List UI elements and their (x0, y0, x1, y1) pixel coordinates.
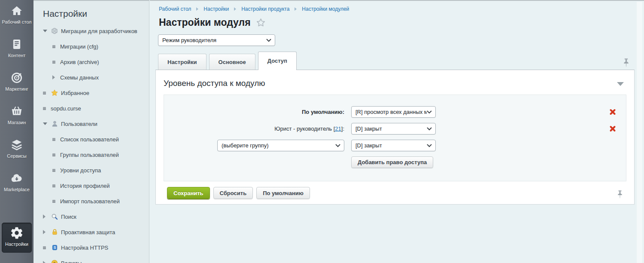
sidebar-item-proactive-protection[interactable]: Проактивная защита (33, 224, 149, 240)
collapsed-arrow-icon[interactable] (43, 261, 47, 263)
breadcrumb-link-product-settings[interactable]: Настройки продукта (241, 6, 289, 12)
rail-item-desktop[interactable]: Рабочий стол (0, 0, 33, 34)
bullet-icon (52, 138, 57, 141)
expanded-arrow-icon[interactable] (43, 30, 47, 32)
sidebar-item-label: Группы пользователей (60, 152, 119, 158)
collapsed-arrow-icon[interactable] (43, 214, 47, 219)
tab-bar: Настройки Основное Доступ (150, 52, 644, 70)
access-row-lawyer: Юрист - руководитель [21]: [D] закрыт (164, 120, 626, 137)
sidebar-item-user-list[interactable]: Список пользователей (33, 132, 149, 147)
sidebar-item-https-settings[interactable]: S Настройка HTTPS (33, 240, 149, 255)
sidebar-item-search[interactable]: Поиск (33, 209, 149, 224)
sidebar-item-currencies[interactable]: $ Валюты (33, 255, 149, 263)
collapsed-arrow-icon[interactable] (43, 230, 47, 234)
sidebar-item-label: Уровни доступа (60, 167, 101, 174)
sidebar-item-label: Настройка HTTPS (61, 245, 108, 251)
rail-item-label: Настройки (1, 242, 32, 247)
rail-item-label: Магазин (1, 120, 32, 125)
rail-item-settings[interactable]: Настройки (2, 223, 32, 253)
favorite-star-icon[interactable] (256, 18, 265, 27)
bullet-icon (52, 184, 57, 187)
page-title: Настройки модуля (159, 17, 251, 28)
shield-icon: S (51, 244, 58, 251)
sidebar-item-data-schemas[interactable]: Схемы данных (33, 70, 149, 85)
sidebar-item-label: Список пользователей (60, 136, 119, 143)
sidebar-item-archive[interactable]: Архив (archive) (33, 54, 149, 70)
sidebar-item-label: История профилей (60, 183, 110, 189)
rail-item-services[interactable]: Сервисы (0, 134, 33, 168)
section-title: Уровень доступа к модулю (164, 79, 626, 88)
svg-text:S: S (53, 245, 56, 250)
bullet-icon (52, 61, 57, 64)
sidebar-item-users[interactable]: Пользователи (33, 116, 149, 132)
sidebar-item-user-groups[interactable]: Группы пользователей (33, 147, 149, 162)
sidebar-item-sopdu-curse[interactable]: sopdu.curse (33, 101, 149, 116)
rail-item-marketplace[interactable]: Marketplace (0, 168, 33, 201)
sidebar-item-profile-history[interactable]: История профилей (33, 178, 149, 193)
sidebar-item-label: Поиск (61, 214, 76, 220)
new-group-access-select[interactable]: [D] закрыт (351, 140, 436, 151)
default-access-select[interactable]: [R] просмотр всех данных м (351, 106, 436, 118)
rail-item-marketing[interactable]: Маркетинг (0, 67, 33, 101)
sidebar-item-label: sopdu.curse (51, 105, 81, 112)
sidebar-title: Настройки (33, 1, 149, 23)
default-access-label: По умолчанию: (164, 109, 344, 115)
tab-main[interactable]: Основное (209, 54, 255, 70)
rail-item-label: Рабочий стол (1, 19, 32, 24)
chevron-down-icon (335, 144, 340, 147)
sidebar-item-label: Избранное (61, 90, 89, 96)
tab-access[interactable]: Доступ (258, 52, 297, 70)
rail-item-label: Контент (1, 53, 32, 58)
rail-item-label: Маркетинг (1, 86, 32, 92)
coin-icon: $ (51, 260, 58, 263)
sidebar-item-user-import[interactable]: Импорт пользователей (33, 193, 149, 209)
marketing-icon (9, 70, 25, 85)
chevron-down-icon (427, 110, 432, 114)
breadcrumb-link-module-settings[interactable]: Настройки модулей (302, 6, 349, 12)
bullet-icon (43, 92, 47, 95)
sidebar-item-label: Пользователи (61, 121, 97, 127)
sidebar-item-migrations-cfg[interactable]: Миграции (cfg) (33, 39, 149, 54)
access-row-add: Добавить право доступа (164, 154, 626, 171)
pin-icon[interactable] (617, 190, 623, 199)
bullet-icon (52, 153, 57, 156)
lawyer-access-select[interactable]: [D] закрыт (351, 123, 436, 135)
mode-select[interactable]: Режим руководителя (158, 34, 275, 46)
star-icon (51, 89, 58, 97)
reset-button[interactable]: Сбросить (213, 187, 253, 199)
sidebar-item-access-levels[interactable]: Уровни доступа (33, 162, 149, 178)
chevron-down-icon (266, 39, 271, 42)
rail-item-label: Marketplace (1, 187, 32, 192)
scrollbar-track[interactable] (637, 2, 642, 263)
breadcrumb-link-desktop[interactable]: Рабочий стол (159, 6, 191, 12)
default-button[interactable]: По умолчанию (256, 187, 310, 199)
sidebar-item-label: Миграции для разработчиков (61, 28, 137, 34)
settings-sidebar: Настройки Миграции для разработчиков Миг… (33, 0, 149, 263)
sidebar-item-label: Валюты (61, 260, 82, 263)
collapsed-arrow-icon[interactable] (52, 75, 57, 80)
main-content: Рабочий стол Настройки Настройки продукт… (150, 0, 644, 263)
delete-icon[interactable] (609, 109, 616, 115)
collapse-section-icon[interactable] (617, 82, 624, 86)
rail-item-content[interactable]: Контент (0, 34, 33, 67)
user-icon (51, 120, 58, 128)
save-button[interactable]: Сохранить (167, 187, 210, 199)
chevron-down-icon (427, 127, 432, 131)
delete-icon[interactable] (609, 125, 616, 132)
access-row-default: По умолчанию: [R] просмотр всех данных м (164, 104, 626, 120)
expanded-arrow-icon[interactable] (43, 122, 47, 125)
group-id-link[interactable]: 21 (335, 125, 341, 132)
content-icon (9, 37, 25, 52)
sidebar-item-favorites[interactable]: Избранное (33, 85, 149, 101)
breadcrumb-link-settings[interactable]: Настройки (204, 6, 229, 12)
left-rail: Рабочий стол Контент Маркетинг Магазин С… (0, 0, 33, 263)
tab-settings[interactable]: Настройки (158, 54, 207, 70)
sidebar-item-label: Проактивная защита (61, 229, 115, 235)
add-access-button[interactable]: Добавить право доступа (351, 156, 433, 168)
breadcrumb-separator-icon (295, 7, 297, 11)
bullet-icon (43, 246, 47, 249)
cloud-download-icon (9, 171, 25, 186)
sidebar-item-migrations[interactable]: Миграции для разработчиков (33, 23, 149, 39)
rail-item-shop[interactable]: Магазин (0, 101, 33, 134)
group-select[interactable]: (выберите группу) (217, 140, 344, 151)
